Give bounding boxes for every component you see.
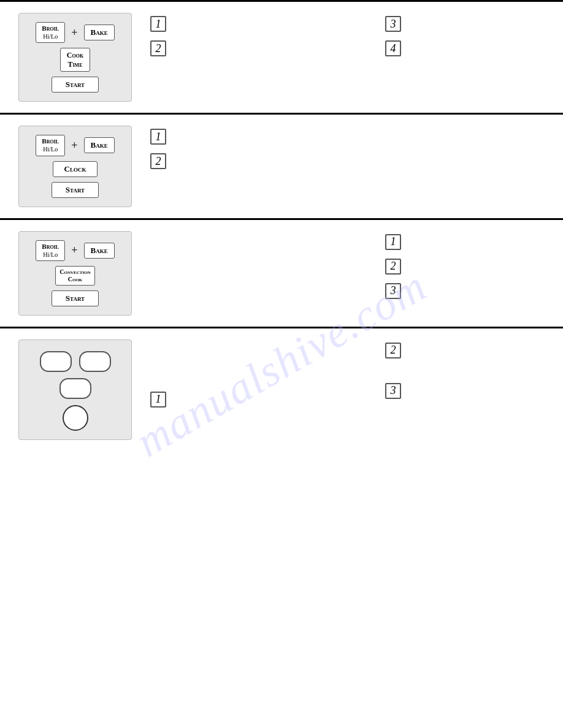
section-2-right: [385, 126, 545, 129]
section-1-steps: 1 2: [132, 13, 385, 65]
section-4: 1 2 3: [0, 327, 563, 451]
section-2: BroilHi/Lo + Bake Clock Start 1 2: [0, 113, 563, 218]
step-num-3-3: 3: [385, 283, 401, 299]
panel-4: [18, 339, 132, 440]
clock-button[interactable]: Clock: [53, 161, 98, 177]
step-num-1-4: 4: [385, 40, 401, 56]
section-4-right: 2 3: [385, 339, 545, 408]
plus-sign-2: +: [71, 139, 77, 152]
step-3-1: 1: [385, 234, 538, 250]
convection-cook-button[interactable]: ConvectionCook: [55, 266, 94, 286]
step-num-4-3: 3: [385, 383, 401, 399]
section-2-steps: 1 2: [132, 126, 385, 178]
rounded-btn-1[interactable]: [40, 351, 72, 372]
rounded-btn-2[interactable]: [79, 351, 111, 372]
step-1-4: 4: [385, 40, 538, 56]
rounded-btn-3[interactable]: [59, 378, 91, 399]
panel-2-row1: BroilHi/Lo + Bake: [36, 135, 114, 156]
panel-3-row1: BroilHi/Lo + Bake: [36, 240, 114, 261]
bake-button-1[interactable]: Bake: [84, 25, 115, 40]
circle-btn-1[interactable]: [63, 405, 88, 431]
step-num-3-1: 1: [385, 234, 401, 250]
step-num-4-1: 1: [150, 392, 166, 408]
section-3-right: 1 2 3: [385, 231, 545, 308]
broil-button-1[interactable]: BroilHi/Lo: [36, 22, 65, 43]
broil-button-2[interactable]: BroilHi/Lo: [36, 135, 65, 156]
step-4-3: 3: [385, 383, 538, 399]
step-3-3: 3: [385, 283, 538, 299]
step-num-2-1: 1: [150, 129, 166, 145]
panel-1-row1: BroilHi/Lo + Bake: [36, 22, 114, 43]
cook-time-button[interactable]: CookTime: [60, 48, 90, 72]
step-num-4-2: 2: [385, 343, 401, 358]
step-3-2: 2: [385, 259, 538, 275]
plus-sign-3: +: [71, 244, 77, 257]
bake-button-2[interactable]: Bake: [84, 137, 115, 153]
section-3-steps: [132, 231, 385, 234]
broil-button-3[interactable]: BroilHi/Lo: [36, 240, 65, 261]
panel-4-row1: [40, 351, 111, 372]
start-button-2[interactable]: Start: [52, 182, 99, 198]
panel-2: BroilHi/Lo + Bake Clock Start: [18, 126, 132, 207]
step-num-2-2: 2: [150, 153, 166, 169]
panel-3: BroilHi/Lo + Bake ConvectionCook Start: [18, 231, 132, 316]
start-button-3[interactable]: Start: [52, 290, 99, 306]
section-4-steps: 1: [132, 339, 385, 416]
step-1-2: 2: [150, 40, 385, 56]
panel-1: BroilHi/Lo + Bake CookTime Start: [18, 13, 132, 102]
plus-sign-1: +: [71, 26, 77, 39]
step-1-1: 1: [150, 16, 385, 32]
step-1-3: 3: [385, 16, 538, 32]
section-1: BroilHi/Lo + Bake CookTime Start 1 2 3 4: [0, 0, 563, 113]
step-2-1: 1: [150, 129, 385, 145]
section-1-right: 3 4: [385, 13, 545, 65]
step-num-1-2: 2: [150, 40, 166, 56]
bake-button-3[interactable]: Bake: [84, 243, 115, 259]
step-4-2: 2: [385, 343, 538, 358]
step-num-1-1: 1: [150, 16, 166, 32]
step-2-2: 2: [150, 153, 385, 169]
step-num-1-3: 3: [385, 16, 401, 32]
step-4-1: 1: [150, 392, 385, 408]
section-3: BroilHi/Lo + Bake ConvectionCook Start 1…: [0, 218, 563, 327]
start-button-1[interactable]: Start: [52, 77, 99, 93]
step-num-3-2: 2: [385, 259, 401, 275]
